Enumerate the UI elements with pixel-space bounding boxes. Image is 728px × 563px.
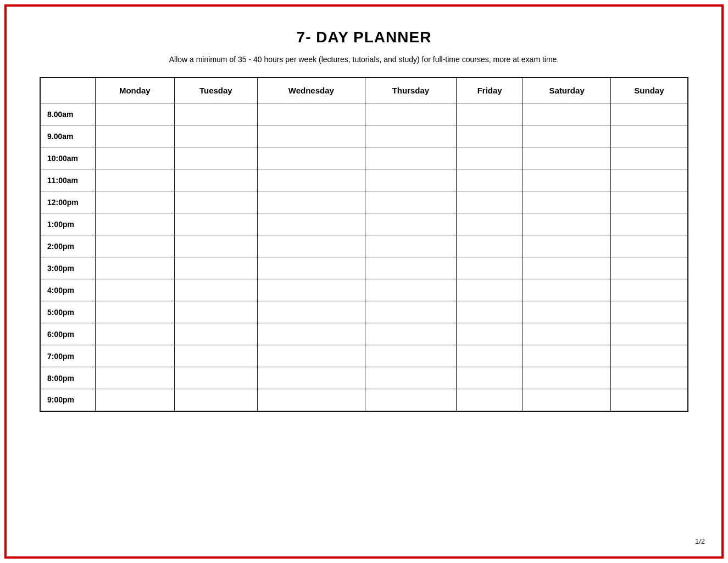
day-cell[interactable] (257, 125, 365, 147)
table-row: 10:00am (40, 147, 688, 169)
day-cell[interactable] (610, 169, 688, 191)
day-cell[interactable] (610, 323, 688, 345)
day-cell[interactable] (175, 345, 258, 367)
day-cell[interactable] (257, 367, 365, 389)
day-cell[interactable] (523, 147, 610, 169)
day-cell[interactable] (523, 125, 610, 147)
day-cell[interactable] (610, 191, 688, 213)
day-cell[interactable] (365, 169, 457, 191)
day-cell[interactable] (365, 389, 457, 411)
day-cell[interactable] (257, 345, 365, 367)
day-cell[interactable] (456, 169, 523, 191)
day-cell[interactable] (610, 345, 688, 367)
day-cell[interactable] (523, 323, 610, 345)
day-cell[interactable] (456, 345, 523, 367)
day-cell[interactable] (456, 235, 523, 257)
day-cell[interactable] (95, 367, 175, 389)
day-cell[interactable] (523, 235, 610, 257)
day-cell[interactable] (95, 345, 175, 367)
day-cell[interactable] (257, 323, 365, 345)
day-cell[interactable] (365, 323, 457, 345)
day-cell[interactable] (95, 103, 175, 125)
day-cell[interactable] (523, 103, 610, 125)
day-cell[interactable] (456, 257, 523, 279)
day-cell[interactable] (523, 389, 610, 411)
day-cell[interactable] (610, 103, 688, 125)
day-cell[interactable] (95, 301, 175, 323)
day-cell[interactable] (175, 279, 258, 301)
day-cell[interactable] (365, 213, 457, 235)
day-cell[interactable] (365, 191, 457, 213)
day-cell[interactable] (610, 389, 688, 411)
day-cell[interactable] (456, 191, 523, 213)
day-cell[interactable] (95, 323, 175, 345)
day-cell[interactable] (610, 301, 688, 323)
day-cell[interactable] (456, 125, 523, 147)
day-cell[interactable] (365, 147, 457, 169)
day-cell[interactable] (95, 213, 175, 235)
day-cell[interactable] (523, 213, 610, 235)
day-cell[interactable] (257, 191, 365, 213)
day-cell[interactable] (95, 191, 175, 213)
day-cell[interactable] (365, 257, 457, 279)
header-wednesday: Wednesday (257, 78, 365, 103)
day-cell[interactable] (523, 345, 610, 367)
day-cell[interactable] (257, 213, 365, 235)
day-cell[interactable] (175, 257, 258, 279)
day-cell[interactable] (257, 103, 365, 125)
day-cell[interactable] (365, 235, 457, 257)
day-cell[interactable] (175, 191, 258, 213)
day-cell[interactable] (456, 389, 523, 411)
day-cell[interactable] (175, 367, 258, 389)
day-cell[interactable] (610, 235, 688, 257)
day-cell[interactable] (610, 367, 688, 389)
day-cell[interactable] (95, 169, 175, 191)
day-cell[interactable] (365, 279, 457, 301)
day-cell[interactable] (523, 367, 610, 389)
day-cell[interactable] (257, 279, 365, 301)
day-cell[interactable] (95, 147, 175, 169)
day-cell[interactable] (610, 279, 688, 301)
day-cell[interactable] (175, 125, 258, 147)
day-cell[interactable] (456, 279, 523, 301)
day-cell[interactable] (610, 213, 688, 235)
day-cell[interactable] (257, 235, 365, 257)
day-cell[interactable] (456, 367, 523, 389)
day-cell[interactable] (175, 301, 258, 323)
day-cell[interactable] (610, 147, 688, 169)
day-cell[interactable] (175, 389, 258, 411)
day-cell[interactable] (175, 213, 258, 235)
day-cell[interactable] (523, 301, 610, 323)
day-cell[interactable] (175, 323, 258, 345)
day-cell[interactable] (95, 125, 175, 147)
day-cell[interactable] (95, 389, 175, 411)
day-cell[interactable] (456, 323, 523, 345)
day-cell[interactable] (95, 279, 175, 301)
day-cell[interactable] (365, 367, 457, 389)
day-cell[interactable] (456, 147, 523, 169)
day-cell[interactable] (365, 345, 457, 367)
day-cell[interactable] (175, 169, 258, 191)
day-cell[interactable] (365, 301, 457, 323)
day-cell[interactable] (175, 103, 258, 125)
day-cell[interactable] (523, 169, 610, 191)
day-cell[interactable] (610, 257, 688, 279)
day-cell[interactable] (95, 235, 175, 257)
day-cell[interactable] (456, 213, 523, 235)
day-cell[interactable] (257, 257, 365, 279)
day-cell[interactable] (175, 235, 258, 257)
day-cell[interactable] (257, 301, 365, 323)
day-cell[interactable] (257, 389, 365, 411)
day-cell[interactable] (523, 279, 610, 301)
day-cell[interactable] (365, 103, 457, 125)
day-cell[interactable] (257, 169, 365, 191)
day-cell[interactable] (175, 147, 258, 169)
day-cell[interactable] (456, 103, 523, 125)
day-cell[interactable] (610, 125, 688, 147)
day-cell[interactable] (456, 301, 523, 323)
day-cell[interactable] (257, 147, 365, 169)
day-cell[interactable] (95, 257, 175, 279)
day-cell[interactable] (523, 191, 610, 213)
day-cell[interactable] (523, 257, 610, 279)
day-cell[interactable] (365, 125, 457, 147)
